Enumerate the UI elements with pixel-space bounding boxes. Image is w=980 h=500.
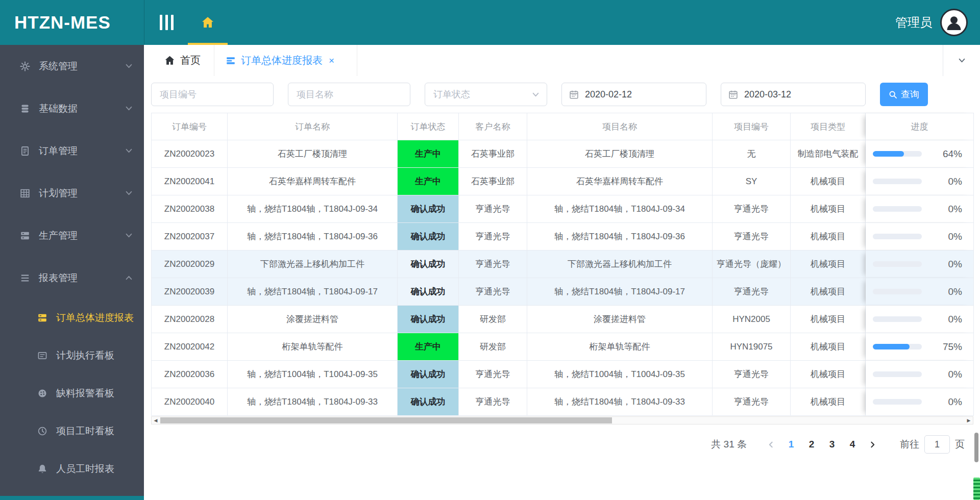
horizontal-scrollbar-thumb[interactable] [160,417,612,423]
sidebar-menu: 系统管理基础数据订单管理计划管理生产管理报表管理订单总体进度报表计划执行看板缺料… [0,45,144,488]
order-no-cell: ZN20020038 [152,195,228,223]
table-row: ZN20020038轴，烧结T1804轴，T1804J-09-34确认成功亨通光… [152,195,974,223]
goto-page-input[interactable] [924,435,950,454]
chevron-down-icon [125,105,133,112]
search-button[interactable]: 查询 [880,83,928,106]
progress-cell: 64% [866,140,974,168]
customer-cell: 亨通光导 [459,251,527,278]
progress-bar: 0% [866,231,973,242]
column-header: 订单名称 [228,113,398,140]
customer-cell: 研发部 [459,306,527,333]
customer-cell: 石英事业部 [459,140,527,168]
total-count: 共 31 条 [711,438,747,451]
horizontal-scrollbar[interactable]: ◀ ▶ [151,416,973,424]
column-header: 项目名称 [527,113,713,140]
tab-home[interactable]: 首页 [151,45,214,76]
column-header: 进度 [866,113,974,140]
chevron-down-icon [958,57,966,64]
column-header: 客户名称 [459,113,527,140]
customer-cell: 亨通光导 [459,223,527,251]
date-to-input[interactable]: 2020-03-12 [721,83,866,106]
sidebar-item-system[interactable]: 系统管理 [0,45,144,87]
project-no-cell: HYN2005 [713,306,791,333]
page-3-button[interactable]: 3 [822,439,842,450]
document-icon [19,145,31,157]
order-no-cell: ZN20020042 [152,333,228,361]
sidebar-item-production[interactable]: 生产管理 [0,214,144,257]
scroll-right-arrow-icon[interactable]: ▶ [965,417,973,424]
project-name-input[interactable] [288,83,410,106]
page-2-button[interactable]: 2 [801,439,822,450]
tabs-dropdown-button[interactable] [943,45,980,76]
sidebar-subitem-order-progress-report[interactable]: 订单总体进度报表 [0,299,144,337]
project-name-cell: 轴，烧结T1004轴，T1004J-09-35 [527,361,713,388]
progress-cell: 0% [866,251,974,278]
progress-cell: 0% [866,361,974,388]
progress-bar: 0% [866,396,973,408]
scroll-left-arrow-icon[interactable]: ◀ [152,417,160,424]
topbar: 管理员 [144,0,980,45]
progress-label: 0% [948,204,962,215]
page-4-button[interactable]: 4 [842,439,863,450]
tab-order-progress-report[interactable]: 订单总体进度报表 × [214,45,357,76]
sidebar-item-orders[interactable]: 订单管理 [0,130,144,172]
main-content: 订单状态 2020-02-12 2020-03-12 查询 订单编号订单名称订单… [144,76,980,500]
progress-cell: 0% [866,278,974,306]
home-button[interactable] [188,0,228,45]
date-from-value: 2020-02-12 [585,89,632,100]
date-from-input[interactable]: 2020-02-12 [561,83,706,106]
status-badge: 确认成功 [398,251,459,278]
page-suffix: 页 [955,438,965,451]
table-row: ZN20020029下部激光器上移机构加工件确认成功亨通光导下部激光器上移机构加… [152,251,974,278]
progress-cell: 0% [866,388,974,416]
project-name-cell: 轴，烧结T1804轴，T1804J-09-34 [527,195,713,223]
order-status-select[interactable]: 订单状态 [425,83,547,106]
project-no-input[interactable] [151,83,274,106]
customer-cell: 亨通光导 [459,361,527,388]
table-row: ZN20020028涂覆搓进料管确认成功研发部涂覆搓进料管HYN2005机械项目… [152,306,974,333]
chevron-up-icon [125,274,133,282]
project-type-cell: 机械项目 [791,223,866,251]
avatar[interactable] [940,9,968,36]
project-type-cell: 机械项目 [791,195,866,223]
status-badge: 确认成功 [398,278,459,306]
order-no-cell: ZN20020037 [152,223,228,251]
vertical-scrollbar-thumb[interactable] [974,433,978,462]
customer-cell: 研发部 [459,333,527,361]
gear-icon [19,61,31,72]
search-icon [889,90,897,99]
sidebar-subitem-plan-execution-board[interactable]: 计划执行看板 [0,337,144,374]
tab-label: 订单总体进度报表 [241,54,323,67]
sidebar: HTZN-MES 系统管理基础数据订单管理计划管理生产管理报表管理订单总体进度报… [0,0,144,500]
project-type-cell: 机械项目 [791,333,866,361]
sidebar-subitem-shortage-alarm-board[interactable]: 缺料报警看板 [0,374,144,412]
collapse-menu-icon[interactable] [160,15,174,30]
close-icon[interactable]: × [329,56,334,65]
page-1-button[interactable]: 1 [781,439,801,450]
column-header: 项目类型 [791,113,866,140]
chevron-down-icon [125,147,133,155]
next-page-button[interactable] [863,441,883,448]
project-no-cell: 亨通光导 [713,388,791,416]
progress-bar: 0% [866,259,973,270]
progress-cell: 0% [866,306,974,333]
pie-icon [37,388,48,399]
tab-label: 首页 [180,54,201,67]
bars-icon [226,56,236,66]
status-badge: 确认成功 [398,223,459,251]
grid-icon [19,188,31,199]
customer-cell: 亨通光导 [459,278,527,306]
sidebar-subitem-personnel-hours-report[interactable]: 人员工时报表 [0,450,144,488]
sidebar-item-base-data[interactable]: 基础数据 [0,87,144,130]
project-type-cell: 机械项目 [791,251,866,278]
sidebar-item-reports[interactable]: 报表管理 [0,257,144,299]
prev-page-button[interactable] [761,441,781,448]
order-name-cell: 桁架单轨等配件 [228,333,398,361]
sidebar-item-plans[interactable]: 计划管理 [0,172,144,214]
progress-label: 0% [948,286,962,297]
status-badge: 确认成功 [398,361,459,388]
home-icon [201,16,214,29]
progress-bar: 0% [866,286,973,297]
progress-cell: 0% [866,195,974,223]
sidebar-subitem-project-hours-board[interactable]: 项目工时看板 [0,412,144,450]
